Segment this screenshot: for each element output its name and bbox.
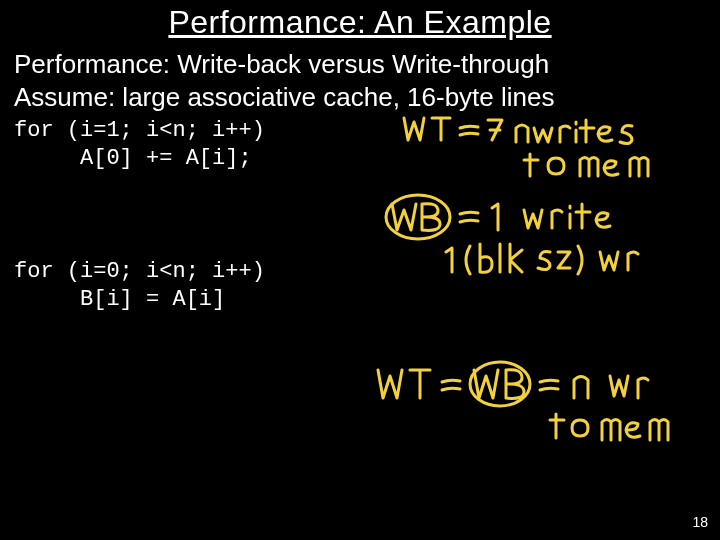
slide-subtitle: Performance: Write-back versus Write-thr… — [0, 41, 720, 80]
page-number: 18 — [692, 514, 708, 530]
svg-point-1 — [470, 362, 530, 406]
code-block-1: for (i=1; i<n; i++) A[0] += A[i]; — [0, 113, 720, 172]
slide-assumption: Assume: large associative cache, 16-byte… — [0, 80, 720, 113]
code-block-2: for (i=0; i<n; i++) B[i] = A[i] — [0, 172, 720, 313]
code-line: A[0] += A[i]; — [14, 146, 252, 171]
code-line: for (i=0; i<n; i++) — [14, 259, 265, 284]
slide-title: Performance: An Example — [0, 0, 720, 41]
code-line: for (i=1; i<n; i++) — [14, 118, 265, 143]
code-line: B[i] = A[i] — [14, 287, 225, 312]
